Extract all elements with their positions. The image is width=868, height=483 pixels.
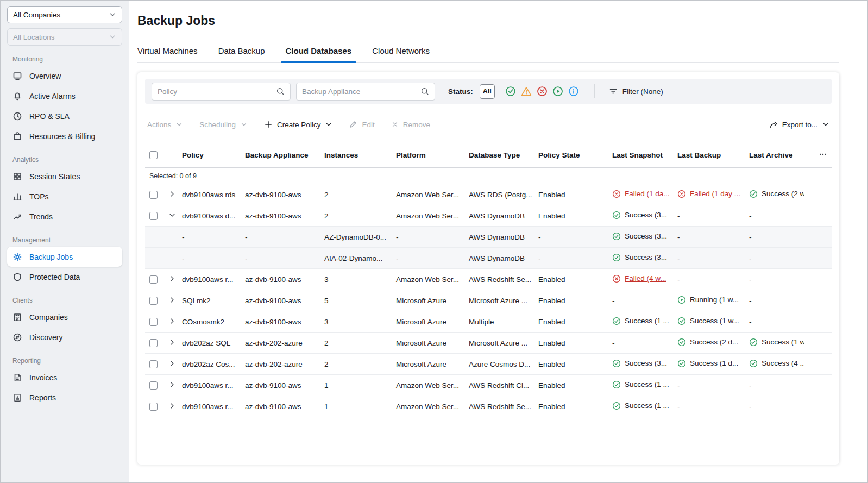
sidebar-item-tops[interactable]: TOPs: [7, 186, 122, 206]
sidebar-item-active-alarms[interactable]: Active Alarms: [7, 86, 122, 106]
search-icon: [420, 87, 429, 96]
policy-search-input[interactable]: [158, 87, 272, 96]
column-settings-icon[interactable]: [819, 150, 827, 159]
sidebar-item-reports[interactable]: Reports: [7, 387, 122, 407]
create-policy-button[interactable]: Create Policy: [264, 120, 332, 129]
edit-button[interactable]: Edit: [349, 120, 374, 129]
chevron-right-icon[interactable]: [168, 190, 177, 198]
status-text[interactable]: Failed (4 w...: [625, 274, 666, 283]
column-header-instances[interactable]: Instances: [320, 143, 392, 168]
actions-button[interactable]: Actions: [147, 121, 183, 129]
clock-icon: [12, 111, 22, 121]
sidebar-item-rpo-sla[interactable]: RPO & SLA: [7, 106, 122, 126]
sidebar-item-resources-billing[interactable]: Resources & Billing: [7, 126, 122, 146]
bag-icon: [12, 131, 22, 141]
column-header-last-snapshot[interactable]: Last Snapshot: [608, 143, 673, 168]
table-row: dvb202az Cos...az-dvb-202-azure2Microsof…: [145, 354, 832, 375]
shield-icon: [12, 272, 22, 282]
cell-database-type: AWS Redshift Cl...: [469, 381, 529, 390]
row-checkbox[interactable]: [149, 275, 158, 284]
chevron-down-icon: [240, 121, 248, 128]
status-filter-group: [500, 86, 579, 97]
status-filter-failed-button[interactable]: [537, 86, 548, 97]
column-header-database-type[interactable]: Database Type: [464, 143, 534, 168]
status-text[interactable]: Failed (1 da...: [625, 190, 669, 198]
cell-instances: 5: [324, 297, 329, 305]
status-filter-running-button[interactable]: [552, 86, 563, 97]
sidebar-item-session-states[interactable]: Session States: [7, 166, 122, 186]
cell-policy-state: Enabled: [538, 360, 565, 368]
column-header-last-backup[interactable]: Last Backup: [673, 143, 745, 168]
scheduling-button[interactable]: Scheduling: [199, 121, 248, 129]
column-header-policy[interactable]: Policy: [178, 143, 241, 168]
chevron-right-icon[interactable]: [168, 380, 177, 389]
status-filter-info-button[interactable]: [568, 86, 579, 97]
content-card: Status: All Filter (None) Actions Schedu…: [137, 72, 839, 465]
company-select[interactable]: All Companies: [7, 6, 122, 23]
toolbar: Actions Scheduling Create Policy Edit: [145, 112, 832, 136]
export-button[interactable]: Export to...: [769, 120, 829, 129]
cell-last-archive: -: [749, 275, 752, 284]
status-filter-all-button[interactable]: All: [480, 84, 495, 99]
status-filter-warning-button[interactable]: [521, 86, 532, 97]
sidebar-item-protected-data[interactable]: Protected Data: [7, 267, 122, 287]
location-select[interactable]: All Locations: [7, 28, 122, 46]
row-checkbox[interactable]: [149, 297, 158, 305]
chevron-right-icon[interactable]: [168, 338, 177, 347]
location-select-value: All Locations: [13, 33, 55, 41]
chevron-right-icon[interactable]: [168, 274, 177, 283]
cell-backup-appliance: az-dvb-202-azure: [245, 360, 303, 368]
table-row: dvb9100aws rdsaz-dvb-9100-aws2Amazon Web…: [145, 184, 832, 205]
tab-cloud-databases[interactable]: Cloud Databases: [286, 46, 352, 62]
row-checkbox[interactable]: [149, 191, 158, 199]
column-header-last-archive[interactable]: Last Archive: [745, 143, 809, 168]
appliance-search-box: [296, 83, 435, 101]
cell-backup-appliance: az-dvb-9100-aws: [245, 381, 301, 390]
row-checkbox[interactable]: [149, 360, 158, 368]
status-text[interactable]: Failed (1 day ...: [690, 190, 740, 198]
cell-policy-state: Enabled: [538, 191, 565, 199]
sidebar-item-label: Session States: [29, 172, 80, 181]
tab-cloud-networks[interactable]: Cloud Networks: [372, 46, 430, 62]
column-header-policy-state[interactable]: Policy State: [534, 143, 608, 168]
remove-button[interactable]: Remove: [391, 121, 430, 129]
sidebar-item-discovery[interactable]: Discovery: [7, 327, 122, 347]
cell-database-type: Microsoft Azure ...: [469, 339, 527, 347]
chevron-down-icon[interactable]: [168, 211, 177, 219]
appliance-search-input[interactable]: [302, 87, 416, 96]
row-checkbox[interactable]: [149, 212, 158, 220]
sidebar-item-overview[interactable]: Overview: [7, 66, 122, 86]
cell-last-snapshot: Success (1 ...: [612, 402, 669, 410]
main-content: Backup Jobs Virtual MachinesData BackupC…: [129, 1, 867, 482]
success-status-icon: [677, 359, 686, 368]
chevron-right-icon[interactable]: [168, 317, 177, 325]
chevron-right-icon[interactable]: [168, 359, 177, 368]
column-header-platform[interactable]: Platform: [392, 143, 464, 168]
chevron-down-icon: [822, 121, 829, 128]
cell-backup-appliance: -: [245, 233, 248, 241]
cell-backup-appliance: az-dvb-202-azure: [245, 339, 303, 347]
cell-database-type: Multiple: [469, 318, 494, 326]
sidebar-item-backup-jobs[interactable]: Backup Jobs: [7, 247, 122, 267]
filter-button[interactable]: Filter (None): [609, 87, 663, 96]
invoice-icon: [12, 373, 22, 382]
status-filter-success-button[interactable]: [505, 86, 516, 97]
tab-data-backup[interactable]: Data Backup: [218, 46, 265, 62]
sidebar-item-invoices[interactable]: Invoices: [7, 367, 122, 387]
sidebar-item-companies[interactable]: Companies: [7, 307, 122, 327]
cell-database-type: Azure Cosmos D...: [469, 360, 530, 368]
cell-last-backup: -: [677, 233, 680, 241]
tab-virtual-machines[interactable]: Virtual Machines: [137, 46, 198, 62]
trend-line-icon: [12, 212, 22, 222]
sidebar-item-trends[interactable]: Trends: [7, 206, 122, 227]
column-header-backup-appliance[interactable]: Backup Appliance: [241, 143, 320, 168]
row-checkbox[interactable]: [149, 318, 158, 326]
row-checkbox[interactable]: [149, 403, 158, 411]
chevron-right-icon[interactable]: [168, 296, 177, 304]
chevron-right-icon[interactable]: [168, 402, 177, 410]
row-checkbox[interactable]: [149, 381, 158, 390]
row-checkbox[interactable]: [149, 339, 158, 347]
table-row: dvb202az SQLaz-dvb-202-azure2Microsoft A…: [145, 333, 832, 354]
cell-policy: dvb9100aws r...: [182, 403, 234, 411]
select-all-checkbox[interactable]: [149, 151, 158, 159]
